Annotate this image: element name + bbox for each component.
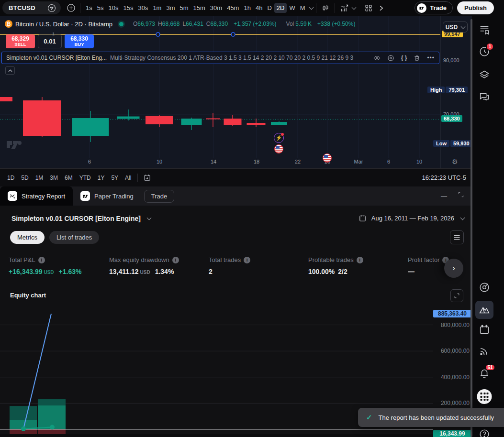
minimize-panel-icon[interactable]: —: [441, 192, 447, 199]
equity-expand-icon[interactable]: [450, 289, 463, 302]
sell-button[interactable]: 68,329 SELL: [6, 34, 35, 48]
interval-button-1h[interactable]: 1h: [241, 3, 253, 13]
last-price-label[interactable]: 68,330: [441, 115, 462, 122]
report-strategy-title[interactable]: Simpleton v0.01 CURSOR [Elton Engine]: [11, 215, 151, 222]
equity-bar-upper: [10, 406, 37, 420]
range-button-5d[interactable]: 5D: [18, 173, 32, 183]
watchlist-icon[interactable]: [478, 24, 491, 36]
info-icon[interactable]: i: [357, 257, 363, 263]
scrollbar[interactable]: [470, 19, 472, 437]
toast-notification[interactable]: ✓ The report has been updated successful…: [358, 408, 504, 427]
maximize-panel-icon[interactable]: [458, 191, 464, 198]
strategy-legend-bar[interactable]: Simpleton v0.01 CURSOR [Elton Eng... Mul…: [1, 52, 439, 64]
equity-bar-upper: [38, 399, 66, 405]
chat-icon[interactable]: [478, 90, 491, 103]
go-to-date-icon[interactable]: [141, 172, 153, 184]
symbol-search-box[interactable]: BTCUSD: [2, 1, 61, 14]
interval-button-4h[interactable]: 4h: [253, 3, 265, 13]
collapse-legend-button[interactable]: [5, 66, 15, 75]
metrics-tab[interactable]: Metrics: [10, 231, 45, 244]
interval-dropdown-chevron-icon[interactable]: [309, 5, 314, 10]
buy-button[interactable]: 68,330 BUY: [65, 34, 94, 48]
interval-button-10s[interactable]: 10s: [106, 3, 121, 13]
indicators-icon[interactable]: [338, 2, 350, 14]
tab-trade[interactable]: Trade: [144, 190, 174, 203]
strategy-tester-icon[interactable]: [475, 301, 493, 319]
range-button-5y[interactable]: 5Y: [108, 173, 122, 183]
remove-trash-icon[interactable]: [414, 55, 420, 62]
info-icon[interactable]: i: [172, 257, 179, 263]
object-tree-layers-icon[interactable]: [478, 68, 491, 80]
range-button-ytd[interactable]: YTD: [76, 173, 94, 183]
strategy-report-icon: [8, 191, 17, 201]
us-economic-event-icon[interactable]: [323, 153, 332, 163]
notifications-bell-icon[interactable]: 51: [478, 367, 491, 379]
interval-button-30s[interactable]: 30s: [135, 3, 150, 13]
pair-title[interactable]: Bitcoin / U.S. Dollar · 2D · Bitstamp: [15, 21, 112, 28]
publish-button[interactable]: Publish: [457, 1, 494, 14]
us-economic-event-icon[interactable]: [274, 144, 283, 153]
tradingview-logo-icon: [417, 3, 426, 13]
interval-button-5s[interactable]: 5s: [95, 3, 106, 13]
source-code-icon[interactable]: { }: [401, 55, 407, 61]
range-button-1y[interactable]: 1Y: [94, 173, 108, 183]
strategy-settings-gear-icon[interactable]: [387, 55, 394, 62]
interval-button-5m[interactable]: 5m: [178, 3, 191, 13]
range-button-all[interactable]: All: [122, 173, 134, 183]
alerts-clock-icon[interactable]: 1: [478, 45, 491, 57]
range-button-1m[interactable]: 1M: [32, 173, 47, 183]
interval-button-2D[interactable]: 2D: [274, 3, 287, 13]
high-label: High: [427, 87, 445, 93]
time-axis-label: 6: [387, 159, 390, 164]
chart-style-candles-icon[interactable]: [319, 2, 332, 14]
more-options-icon[interactable]: •••: [427, 55, 435, 61]
main-chart-area[interactable]: ₿ Bitcoin / U.S. Dollar · 2D · Bitstamp …: [0, 16, 472, 168]
success-check-icon: ✓: [366, 413, 372, 422]
interval-button-D[interactable]: D: [265, 3, 274, 13]
tab-strategy-report[interactable]: Strategy Report: [0, 186, 73, 206]
metric-total-p-l: Total P&Li+16,343.99USD+1.63%: [9, 256, 107, 275]
tab-paper-trading[interactable]: Paper Trading: [73, 186, 141, 206]
visibility-eye-icon[interactable]: [373, 55, 381, 62]
clock-readout[interactable]: 16:22:23 UTC-5: [422, 174, 467, 181]
range-button-3m[interactable]: 3M: [46, 173, 61, 183]
info-icon[interactable]: i: [244, 257, 250, 263]
quantity-field[interactable]: 0.01: [38, 34, 62, 48]
interval-button-15m[interactable]: 15m: [191, 3, 208, 13]
interval-button-1m[interactable]: 1m: [150, 3, 164, 13]
chart-settings-gear-icon[interactable]: ⚙: [452, 158, 458, 165]
buy-sell-panel: 1 68,329 SELL 0.01 68,330 BUY: [6, 34, 94, 48]
interval-button-15s[interactable]: 15s: [121, 3, 135, 13]
indicators-dropdown-chevron-icon[interactable]: [351, 5, 356, 10]
help-icon[interactable]: [478, 428, 491, 437]
screener-radar-icon[interactable]: [478, 281, 491, 294]
list-of-trades-tab[interactable]: List of trades: [49, 231, 99, 244]
range-button-6m[interactable]: 6M: [61, 173, 76, 183]
news-feed-icon[interactable]: [478, 345, 491, 357]
currency-select[interactable]: USD: [443, 22, 468, 33]
layout-grid-icon[interactable]: [362, 2, 375, 14]
supercharts-diamond-icon[interactable]: [45, 2, 58, 14]
ohlc-value: 68,330: [210, 21, 228, 27]
time-axis-label: 6: [88, 159, 91, 164]
report-layout-list-icon[interactable]: [450, 230, 464, 244]
bitcoin-logo-icon: ₿: [5, 20, 12, 28]
ai-event-icon[interactable]: ⚡: [274, 133, 284, 143]
panel-expand-arrow-icon[interactable]: [375, 2, 387, 14]
trade-button[interactable]: Trade: [414, 1, 453, 14]
economic-calendar-icon[interactable]: [478, 324, 491, 336]
interval-button-M[interactable]: M: [298, 3, 308, 13]
report-date-range[interactable]: Aug 16, 2011 — Feb 19, 2026: [358, 214, 464, 222]
market-status-dot-icon[interactable]: [119, 22, 123, 26]
strategy-name[interactable]: Simpleton v0.01 CURSOR [Elton Eng...: [6, 55, 107, 61]
info-icon[interactable]: i: [38, 257, 45, 263]
interval-button-W[interactable]: W: [287, 3, 297, 13]
interval-button-45m[interactable]: 45m: [224, 3, 241, 13]
interval-button-30m[interactable]: 30m: [208, 3, 224, 13]
apps-grid-icon[interactable]: [477, 389, 492, 404]
metrics-scroll-right-button[interactable]: ›: [444, 259, 463, 278]
interval-button-3m[interactable]: 3m: [164, 3, 177, 13]
compare-add-symbol-icon[interactable]: [65, 2, 77, 14]
range-button-1d[interactable]: 1D: [4, 173, 18, 183]
interval-button-1s[interactable]: 1s: [83, 3, 95, 13]
